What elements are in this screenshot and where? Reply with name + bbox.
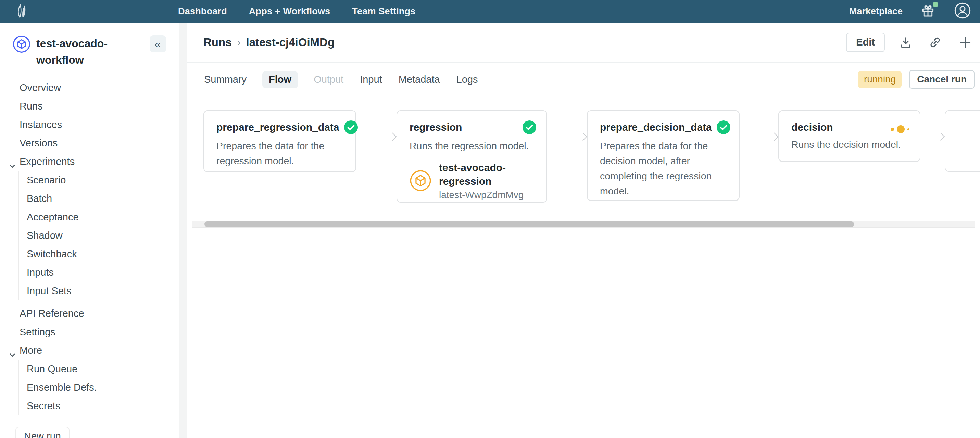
flow-arrow [356, 136, 396, 137]
flow-node-prepare-regression-data[interactable]: prepare_regression_data Prepares the dat… [204, 110, 356, 172]
chevron-down-icon [8, 346, 16, 365]
more-submenu: Run Queue Ensemble Defs. Secrets [18, 360, 179, 415]
nav-link-marketplace[interactable]: Marketplace [849, 6, 903, 17]
sidebar-item-acceptance[interactable]: Acceptance [19, 208, 179, 226]
workflow-name: test-avocado-workflow [36, 35, 139, 68]
flow-diagram: prepare_regression_data Prepares the dat… [187, 96, 980, 260]
app-cube-icon [409, 170, 431, 193]
success-check-icon [339, 121, 358, 135]
sidebar-item-batch[interactable]: Batch [19, 189, 179, 208]
node-title: decision [791, 121, 833, 134]
success-check-icon [712, 121, 730, 135]
sidebar: test-avocado-workflow « Overview Runs In… [0, 22, 179, 438]
nav-link-dashboard[interactable]: Dashboard [178, 6, 227, 17]
main-content: Runs › latest-cj4iOiMDg Edit [187, 22, 980, 438]
chevron-down-icon [8, 157, 16, 176]
edit-button[interactable]: Edit [846, 33, 885, 52]
nav-right: Marketplace [849, 2, 971, 21]
tabs-row: Summary Flow Output Input Metadata Logs … [187, 63, 980, 89]
sidebar-menu: Overview Runs Instances Versions Experim… [0, 78, 179, 415]
node-app-reference[interactable]: test-avocado-regression latest-WwpZdmMvg [409, 161, 536, 202]
node-description: Runs the decision model. [791, 137, 910, 152]
tab-input[interactable]: Input [359, 71, 383, 88]
avatar-icon[interactable] [954, 2, 971, 21]
sidebar-item-instances[interactable]: Instances [0, 115, 179, 134]
flow-arrow [547, 136, 586, 137]
app-root: Dashboard Apps + Workflows Team Settings… [0, 0, 980, 438]
sidebar-item-settings[interactable]: Settings [0, 323, 179, 341]
new-run-button[interactable]: New run [16, 427, 70, 438]
notification-dot [933, 2, 938, 7]
sidebar-collapse-button[interactable]: « [150, 35, 166, 52]
sidebar-item-runs[interactable]: Runs [0, 97, 179, 115]
run-controls: running Cancel run [858, 70, 975, 89]
sidebar-item-inputs[interactable]: Inputs [19, 263, 179, 282]
status-badge: running [858, 71, 902, 88]
running-loader-icon [886, 121, 910, 133]
node-description: Prepares the data for the regression mod… [216, 138, 345, 168]
sidebar-item-overview[interactable]: Overview [0, 78, 179, 97]
header-actions: Edit [846, 33, 975, 52]
menu-gap [0, 300, 179, 304]
node-title: prepare_decision_data [600, 121, 712, 134]
nav-link-team-settings[interactable]: Team Settings [352, 6, 415, 17]
nav-link-apps-workflows[interactable]: Apps + Workflows [249, 6, 331, 17]
sidebar-item-ensemble-defs[interactable]: Ensemble Defs. [19, 378, 179, 397]
sidebar-item-secrets[interactable]: Secrets [19, 397, 179, 415]
horizontal-scrollbar-track[interactable] [192, 221, 975, 227]
tab-output[interactable]: Output [313, 71, 344, 88]
sidebar-scrollbar-gutter[interactable] [179, 22, 187, 438]
flow-node-regression[interactable]: regression Runs the regression model. [396, 110, 547, 203]
workflow-cube-icon [13, 35, 30, 54]
tab-metadata[interactable]: Metadata [398, 71, 441, 88]
nav-links: Dashboard Apps + Workflows Team Settings [178, 6, 415, 17]
breadcrumb-runs-link[interactable]: Runs [204, 36, 232, 49]
sidebar-item-label: More [19, 345, 42, 356]
logo-glyph [15, 3, 28, 19]
node-title: prepare_regression_data [216, 121, 339, 134]
tab-logs[interactable]: Logs [456, 71, 479, 88]
success-check-icon [518, 121, 536, 135]
experiments-submenu: Scenario Batch Acceptance Shadow Switchb… [18, 171, 179, 300]
node-title: regression [409, 121, 462, 134]
sidebar-header: test-avocado-workflow « [0, 22, 179, 68]
app-version: latest-WwpZdmMvg [439, 188, 525, 202]
nextmv-logo-icon[interactable] [15, 3, 29, 19]
sidebar-item-shadow[interactable]: Shadow [19, 226, 179, 245]
sidebar-item-more[interactable]: More [0, 341, 179, 360]
tabs: Summary Flow Output Input Metadata Logs [204, 71, 479, 88]
sidebar-item-experiments[interactable]: Experiments [0, 152, 179, 171]
flow-node-prepare-decision-data[interactable]: prepare_decision_data Prepares the data … [587, 110, 740, 201]
download-button[interactable] [897, 34, 914, 51]
sidebar-item-versions[interactable]: Versions [0, 134, 179, 152]
cancel-run-button[interactable]: Cancel run [909, 70, 975, 89]
sidebar-item-input-sets[interactable]: Input Sets [19, 282, 179, 300]
horizontal-scrollbar-thumb[interactable] [204, 221, 854, 227]
run-header: Runs › latest-cj4iOiMDg Edit [187, 22, 980, 63]
tab-summary[interactable]: Summary [204, 71, 247, 88]
breadcrumb-separator: › [237, 36, 241, 48]
link-icon [928, 35, 942, 49]
gift-icon[interactable] [920, 3, 936, 19]
flow-node-decision[interactable]: decision Runs the decision model. [778, 110, 920, 162]
sidebar-item-run-queue[interactable]: Run Queue [19, 360, 179, 378]
sidebar-item-scenario[interactable]: Scenario [19, 171, 179, 189]
add-button[interactable] [956, 33, 975, 52]
download-icon [899, 35, 913, 49]
copy-link-button[interactable] [927, 34, 944, 51]
tab-flow[interactable]: Flow [262, 71, 298, 88]
plus-icon [958, 35, 973, 50]
flow-node-partial[interactable] [945, 110, 980, 172]
sidebar-item-label: Experiments [19, 156, 75, 167]
breadcrumb-run-id: latest-cj4iOiMDg [246, 36, 335, 49]
top-nav: Dashboard Apps + Workflows Team Settings… [0, 0, 980, 22]
sidebar-item-api-reference[interactable]: API Reference [0, 304, 179, 323]
node-description: Prepares the data for the decision model… [600, 138, 729, 198]
breadcrumb: Runs › latest-cj4iOiMDg [204, 36, 334, 49]
flow-arrow [920, 136, 944, 137]
flow-arrow [740, 136, 778, 137]
node-description: Runs the regression model. [409, 138, 536, 153]
sidebar-item-switchback[interactable]: Switchback [19, 245, 179, 263]
app-name: test-avocado-regression [439, 161, 525, 188]
